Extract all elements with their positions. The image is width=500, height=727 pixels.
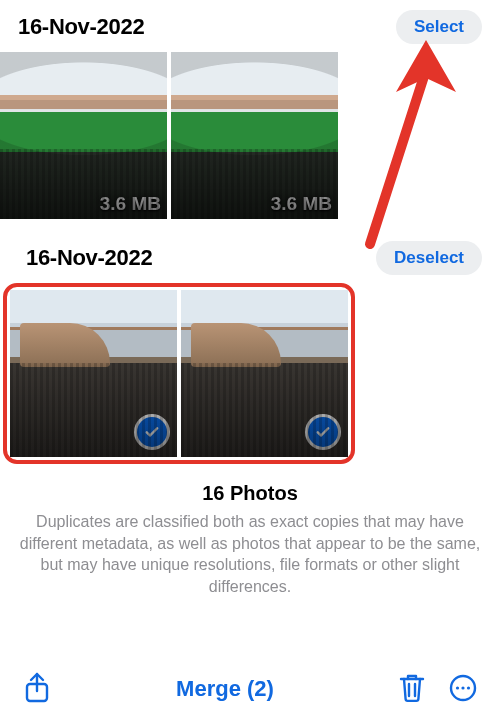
share-icon xyxy=(22,671,52,705)
trash-icon xyxy=(398,672,426,704)
deselect-button[interactable]: Deselect xyxy=(376,241,482,275)
photo-thumbnail[interactable] xyxy=(10,290,177,457)
svg-point-3 xyxy=(461,686,464,689)
file-size-badge: 3.6 MB xyxy=(100,193,161,215)
share-button[interactable] xyxy=(22,671,52,708)
more-button[interactable] xyxy=(448,673,478,706)
photo-thumbnail[interactable] xyxy=(181,290,348,457)
group-header: 16-Nov-2022 Deselect xyxy=(0,231,500,283)
selected-check-icon xyxy=(137,417,167,447)
svg-point-4 xyxy=(467,686,470,689)
ellipsis-circle-icon xyxy=(448,673,478,703)
merge-button[interactable]: Merge (2) xyxy=(176,676,274,702)
svg-point-2 xyxy=(456,686,459,689)
group-date: 16-Nov-2022 xyxy=(18,14,144,40)
file-size-badge: 3.6 MB xyxy=(271,193,332,215)
summary-body: Duplicates are classified both as exact … xyxy=(0,511,500,615)
select-button[interactable]: Select xyxy=(396,10,482,44)
group-header: 16-Nov-2022 Select xyxy=(0,0,500,52)
summary-title: 16 Photos xyxy=(0,482,500,505)
group-date: 16-Nov-2022 xyxy=(26,245,152,271)
delete-button[interactable] xyxy=(398,672,426,707)
bottom-toolbar: Merge (2) xyxy=(0,657,500,727)
annotation-highlight-box xyxy=(3,283,355,464)
duplicate-group: 3.6 MB 3.6 MB xyxy=(0,52,500,231)
selected-check-icon xyxy=(308,417,338,447)
photo-thumbnail[interactable]: 3.6 MB xyxy=(0,52,167,219)
photo-thumbnail[interactable]: 3.6 MB xyxy=(171,52,338,219)
